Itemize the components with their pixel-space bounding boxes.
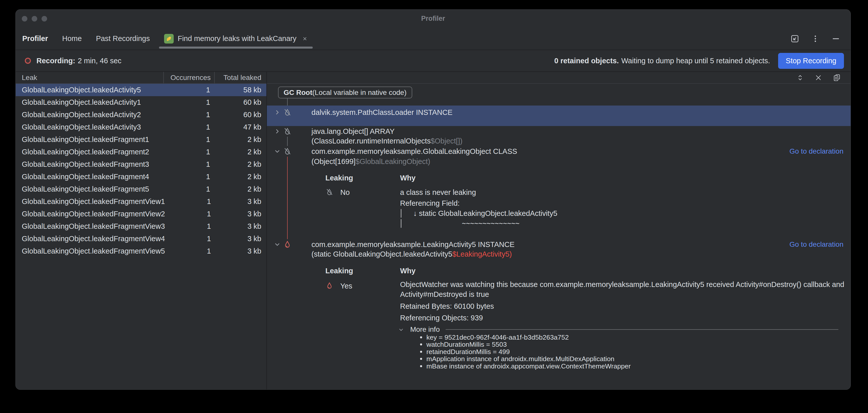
leak-table-row[interactable]: GlobalLeakingObject.leakedFragmentView1 … bbox=[16, 195, 267, 208]
node-leakingactivity5[interactable]: com.example.memoryleaksample.LeakingActi… bbox=[311, 240, 515, 250]
leak-occurrences: 1 bbox=[165, 197, 215, 206]
leak-table-row[interactable]: GlobalLeakingObject.leakedFragmentView3 … bbox=[16, 220, 267, 232]
expand-chevron-right-icon[interactable] bbox=[273, 127, 282, 136]
leak-table-row[interactable]: GlobalLeakingObject.leakedFragmentView2 … bbox=[16, 208, 267, 220]
more-info-chevron-down-icon[interactable] bbox=[398, 326, 405, 333]
column-header-leak[interactable]: Leak bbox=[16, 72, 163, 83]
more-info-item: key = 9521dec0-962f-4046-aa1f-b3d5b263a7… bbox=[418, 334, 631, 341]
leak-table-row[interactable]: GlobalLeakingObject.leakedFragmentView4 … bbox=[16, 232, 267, 245]
recording-bar: Recording: 2 min, 46 sec 0 retained obje… bbox=[16, 50, 850, 72]
leak-occurrences: 1 bbox=[163, 135, 214, 144]
node-leakingactivity5-detail: (static GlobalLeakingObject.leakedActivi… bbox=[311, 249, 512, 259]
leak-total-leaked: 3 kb bbox=[215, 247, 267, 255]
leak-total-leaked: 58 kb bbox=[214, 86, 267, 94]
more-info-label[interactable]: More info bbox=[410, 324, 440, 335]
leak-table-row[interactable]: GlobalLeakingObject.leakedFragment3 1 2 … bbox=[16, 158, 267, 170]
expand-collapse-all-icon[interactable] bbox=[796, 74, 804, 82]
leak-name: GlobalLeakingObject.leakedFragmentView4 bbox=[16, 234, 165, 243]
why-header: Why bbox=[400, 173, 415, 183]
leak-name: GlobalLeakingObject.leakedFragment4 bbox=[16, 172, 163, 181]
tab-past-recordings[interactable]: Past Recordings bbox=[96, 28, 150, 50]
leaking-header: Leaking bbox=[326, 173, 353, 183]
retained-objects-detail: Waiting to dump heap until 5 retained ob… bbox=[621, 57, 770, 65]
leak-name: GlobalLeakingObject.leakedFragmentView3 bbox=[16, 222, 165, 230]
leak-total-leaked: 3 kb bbox=[215, 210, 267, 218]
leak-detail-panel: GC Root (Local variable in native code) bbox=[267, 72, 850, 389]
leak-occurrences: 1 bbox=[163, 86, 214, 94]
tab-home[interactable]: Home bbox=[62, 28, 82, 50]
leak-table-row[interactable]: GlobalLeakingObject.leakedActivity5 1 58… bbox=[16, 84, 267, 96]
dock-window-icon[interactable] bbox=[790, 34, 799, 43]
leaking-value: Yes bbox=[340, 281, 352, 291]
tab-close-icon[interactable] bbox=[302, 36, 308, 41]
more-info-divider bbox=[446, 329, 838, 330]
why-text-line2: Activity#mDestroyed is true bbox=[400, 289, 489, 299]
leak-total-leaked: 60 kb bbox=[214, 98, 267, 106]
more-options-icon[interactable] bbox=[811, 34, 819, 43]
leak-name: GlobalLeakingObject.leakedFragmentView2 bbox=[16, 210, 165, 218]
leak-total-leaked: 2 kb bbox=[214, 160, 267, 168]
zoom-window-button[interactable] bbox=[41, 16, 47, 22]
screen: Profiler Profiler Home Past Recordings F… bbox=[0, 0, 868, 413]
leaks-table: Leak Occurrences Total leaked GlobalLeak… bbox=[16, 72, 267, 389]
retained-bytes: Retained Bytes: 60100 bytes bbox=[400, 301, 494, 311]
minimize-window-button[interactable] bbox=[32, 16, 37, 22]
node-pathclassloader[interactable]: dalvik.system.PathClassLoader INSTANCE bbox=[311, 107, 453, 118]
not-leaking-icon bbox=[282, 146, 293, 157]
recording-label: Recording: bbox=[36, 57, 75, 65]
more-info-list: key = 9521dec0-962f-4046-aa1f-b3d5b263a7… bbox=[418, 334, 631, 370]
leak-table-row[interactable]: GlobalLeakingObject.leakedFragmentView5 … bbox=[16, 245, 267, 257]
leak-occurrences: 1 bbox=[163, 160, 214, 168]
title-bar: Profiler bbox=[16, 10, 850, 28]
leak-total-leaked: 3 kb bbox=[215, 197, 267, 206]
hide-icon[interactable] bbox=[831, 34, 840, 43]
leak-name: GlobalLeakingObject.leakedFragment3 bbox=[16, 160, 163, 168]
leak-squiggle: ~~~~~~~~~~~~~~ bbox=[462, 219, 520, 228]
leaking-icon bbox=[324, 280, 335, 291]
close-window-button[interactable] bbox=[22, 16, 27, 22]
collapse-chevron-down-icon[interactable] bbox=[273, 240, 282, 249]
ref-guide-bar bbox=[401, 219, 401, 228]
node-globalleakingobject[interactable]: com.example.memoryleaksample.GlobalLeaki… bbox=[311, 146, 517, 156]
node-object-array[interactable]: java.lang.Object[] ARRAY bbox=[311, 126, 395, 136]
retained-objects-status: 0 retained objects. bbox=[554, 57, 619, 65]
why-text-line1: ObjectWatcher was watching this because … bbox=[400, 279, 844, 289]
leak-occurrences: 1 bbox=[163, 185, 214, 193]
ref-guide-bar bbox=[401, 209, 401, 218]
leak-name: GlobalLeakingObject.leakedFragment2 bbox=[16, 148, 163, 156]
collapse-chevron-down-icon[interactable] bbox=[273, 147, 282, 156]
leak-total-leaked: 3 kb bbox=[215, 234, 267, 243]
leak-detail-toolbar bbox=[267, 72, 850, 84]
close-panel-icon[interactable] bbox=[814, 74, 822, 82]
gc-root-label: GC Root bbox=[284, 89, 312, 97]
leak-occurrences: 1 bbox=[163, 110, 214, 119]
leak-name: GlobalLeakingObject.leakedActivity2 bbox=[16, 110, 163, 119]
stop-recording-button[interactable]: Stop Recording bbox=[778, 53, 844, 69]
leak-table-row[interactable]: GlobalLeakingObject.leakedFragment4 1 2 … bbox=[16, 170, 267, 183]
copy-icon[interactable] bbox=[833, 74, 841, 82]
leak-occurrences: 1 bbox=[163, 172, 214, 181]
column-header-occurrences[interactable]: Occurrences bbox=[163, 72, 214, 83]
leak-total-leaked: 47 kb bbox=[214, 123, 267, 131]
node-object-array-detail: (ClassLoader.runtimeInternalObjects$Obje… bbox=[311, 136, 462, 146]
tab-leakcanary[interactable]: Find memory leaks with LeakCanary bbox=[164, 28, 308, 50]
leak-table-row[interactable]: GlobalLeakingObject.leakedFragment2 1 2 … bbox=[16, 146, 267, 158]
leak-name: GlobalLeakingObject.leakedFragmentView5 bbox=[16, 247, 165, 255]
leak-table-row[interactable]: GlobalLeakingObject.leakedFragment1 1 2 … bbox=[16, 133, 267, 146]
leak-name: GlobalLeakingObject.leakedFragment1 bbox=[16, 135, 163, 144]
leak-occurrences: 1 bbox=[163, 148, 214, 156]
leak-table-row[interactable]: GlobalLeakingObject.leakedActivity3 1 47… bbox=[16, 121, 267, 133]
leak-total-leaked: 2 kb bbox=[214, 172, 267, 181]
more-info-item: watchDurationMillis = 5503 bbox=[418, 341, 631, 348]
expand-chevron-right-icon[interactable] bbox=[273, 108, 282, 117]
leaking-icon bbox=[282, 239, 293, 250]
go-to-declaration-link[interactable]: Go to declaration bbox=[789, 146, 843, 156]
leak-total-leaked: 3 kb bbox=[215, 222, 267, 230]
not-leaking-icon bbox=[282, 126, 293, 137]
go-to-declaration-link[interactable]: Go to declaration bbox=[789, 240, 843, 250]
leak-table-row[interactable]: GlobalLeakingObject.leakedActivity2 1 60… bbox=[16, 108, 267, 121]
column-header-total-leaked[interactable]: Total leaked bbox=[214, 72, 267, 83]
gc-root-chip: GC Root (Local variable in native code) bbox=[278, 87, 412, 98]
leak-table-row[interactable]: GlobalLeakingObject.leakedFragment5 1 2 … bbox=[16, 183, 267, 195]
leak-table-row[interactable]: GlobalLeakingObject.leakedActivity1 1 60… bbox=[16, 96, 267, 108]
